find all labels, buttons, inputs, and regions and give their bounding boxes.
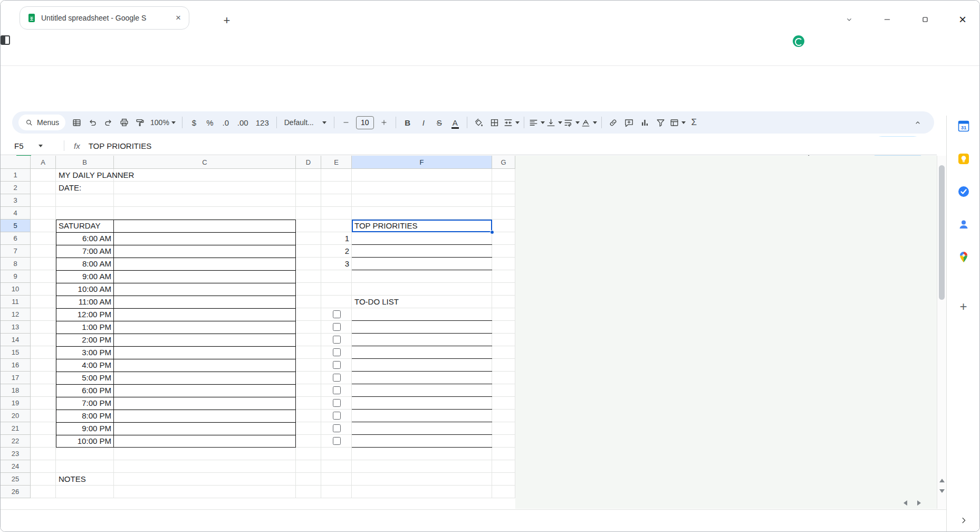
checkbox-E21[interactable]	[333, 424, 341, 432]
row-header-26[interactable]: 26	[1, 486, 31, 498]
row-header-5[interactable]: 5	[1, 220, 31, 232]
table-button[interactable]	[69, 115, 84, 130]
column-header-A[interactable]: A	[31, 156, 56, 169]
cell-B15[interactable]: 3:00 PM	[56, 346, 114, 359]
row-header-21[interactable]: 21	[1, 422, 31, 435]
cell-B13[interactable]: 1:00 PM	[56, 321, 114, 334]
insert-link-button[interactable]	[606, 115, 621, 130]
text-rotation-button[interactable]	[581, 115, 597, 130]
checkbox-E14[interactable]	[333, 336, 341, 344]
scroll-left-arrow-icon[interactable]	[904, 500, 907, 506]
format-percent-button[interactable]: %	[203, 115, 217, 130]
row-header-10[interactable]: 10	[1, 283, 31, 296]
fill-color-button[interactable]	[472, 115, 486, 130]
checkbox-E15[interactable]	[333, 348, 341, 356]
hide-toolbar-button[interactable]	[910, 115, 925, 130]
paint-format-button[interactable]	[132, 115, 147, 130]
insert-comment-button[interactable]	[622, 115, 637, 130]
checkbox-E22[interactable]	[333, 437, 341, 445]
font-size-input[interactable]: 10	[356, 116, 374, 129]
column-header-D[interactable]: D	[296, 156, 321, 169]
checkbox-E19[interactable]	[333, 399, 341, 407]
tasks-app-button[interactable]	[957, 185, 970, 198]
cell-B14[interactable]: 2:00 PM	[56, 334, 114, 346]
window-close-button[interactable]: ×	[953, 10, 972, 29]
create-filter-button[interactable]	[654, 115, 668, 130]
print-button[interactable]	[117, 115, 131, 130]
cell-B8[interactable]: 8:00 AM	[56, 258, 114, 270]
row-header-18[interactable]: 18	[1, 384, 31, 397]
row-header-11[interactable]: 11	[1, 296, 31, 308]
merge-cells-button[interactable]	[503, 115, 520, 130]
borders-button[interactable]	[487, 115, 502, 130]
row-header-23[interactable]: 23	[1, 448, 31, 460]
column-header-E[interactable]: E	[321, 156, 352, 169]
window-minimize-button[interactable]	[879, 12, 895, 27]
row-header-20[interactable]: 20	[1, 410, 31, 422]
text-color-button[interactable]: A	[448, 115, 463, 130]
italic-button[interactable]: I	[416, 115, 431, 130]
cell-B18[interactable]: 6:00 PM	[56, 384, 114, 397]
row-header-12[interactable]: 12	[1, 308, 31, 321]
extension-halftone-icon[interactable]	[1, 35, 10, 45]
vertical-align-button[interactable]	[546, 115, 562, 130]
increase-font-size-button[interactable]	[377, 115, 391, 130]
checkbox-E20[interactable]	[333, 412, 341, 420]
contacts-app-button[interactable]	[957, 218, 970, 231]
row-header-17[interactable]: 17	[1, 372, 31, 384]
functions-button[interactable]: Σ	[687, 115, 702, 130]
checkbox-E13[interactable]	[333, 323, 341, 331]
increase-decimals-button[interactable]: .00	[234, 115, 252, 130]
extension-green-icon[interactable]	[793, 35, 804, 47]
insert-chart-button[interactable]	[638, 115, 652, 130]
row-header-8[interactable]: 8	[1, 258, 31, 270]
cell-F11[interactable]: TO-DO LIST	[352, 296, 492, 308]
menus-search-button[interactable]: Menus	[18, 115, 65, 130]
zoom-select[interactable]: 100%	[148, 115, 178, 130]
cell-B2[interactable]: DATE:	[56, 182, 114, 194]
maps-app-button[interactable]	[957, 251, 970, 263]
column-header-F[interactable]: F	[352, 156, 492, 169]
row-header-6[interactable]: 6	[1, 232, 31, 245]
decrease-decimals-button[interactable]: .0	[218, 115, 233, 130]
cell-B5[interactable]: SATURDAY	[56, 220, 114, 232]
row-header-15[interactable]: 15	[1, 346, 31, 359]
formula-input[interactable]: TOP PRIORITIES	[89, 141, 151, 150]
cell-B11[interactable]: 11:00 AM	[56, 296, 114, 308]
cell-E8[interactable]: 3	[321, 258, 352, 270]
browser-tab[interactable]: Untitled spreadsheet - Google S ×	[20, 6, 189, 30]
keep-app-button[interactable]	[957, 153, 970, 165]
name-box[interactable]: F5	[1, 137, 64, 155]
scroll-right-arrow-icon[interactable]	[917, 500, 921, 506]
format-currency-button[interactable]: $	[187, 115, 201, 130]
row-header-25[interactable]: 25	[1, 473, 31, 486]
row-header-2[interactable]: 2	[1, 182, 31, 194]
scroll-up-arrow-icon[interactable]	[939, 479, 945, 482]
cell-B19[interactable]: 7:00 PM	[56, 397, 114, 410]
cell-B12[interactable]: 12:00 PM	[56, 308, 114, 321]
tab-close-icon[interactable]: ×	[173, 13, 184, 23]
row-header-9[interactable]: 9	[1, 270, 31, 283]
checkbox-E12[interactable]	[333, 310, 341, 318]
column-header-B[interactable]: B	[56, 156, 114, 169]
cell-B22[interactable]: 10:00 PM	[56, 435, 114, 448]
bold-button[interactable]: B	[400, 115, 415, 130]
vertical-scrollbar-thumb[interactable]	[939, 165, 945, 300]
fill-handle[interactable]	[490, 230, 494, 234]
cell-B1[interactable]: MY DAILY PLANNER	[56, 169, 114, 182]
checkbox-E18[interactable]	[333, 386, 341, 394]
row-header-4[interactable]: 4	[1, 207, 31, 220]
cell-B16[interactable]: 4:00 PM	[56, 359, 114, 372]
cell-B17[interactable]: 5:00 PM	[56, 372, 114, 384]
new-tab-button[interactable]: +	[219, 13, 235, 28]
row-header-22[interactable]: 22	[1, 435, 31, 448]
row-header-3[interactable]: 3	[1, 194, 31, 207]
spreadsheet-grid[interactable]: ABCDEFG123456789101112131415161718192021…	[1, 156, 937, 509]
text-wrap-button[interactable]	[563, 115, 580, 130]
calendar-app-button[interactable]: 31	[957, 120, 970, 132]
row-header-24[interactable]: 24	[1, 460, 31, 473]
decrease-font-size-button[interactable]	[339, 115, 353, 130]
checkbox-E17[interactable]	[333, 374, 341, 382]
checkbox-E16[interactable]	[333, 361, 341, 369]
row-header-14[interactable]: 14	[1, 334, 31, 346]
